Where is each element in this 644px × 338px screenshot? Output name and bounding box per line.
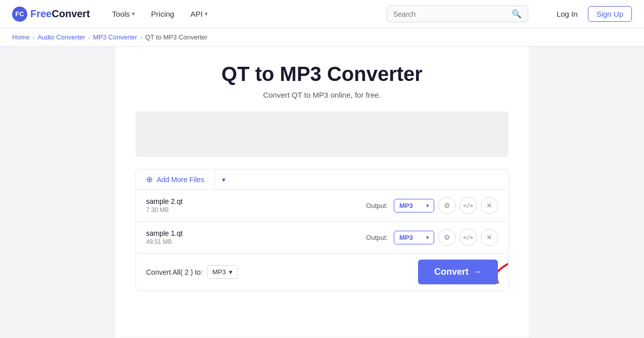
breadcrumb-sep-1: › xyxy=(33,34,35,40)
convert-arrow-icon: → xyxy=(473,267,482,277)
remove-button-2[interactable]: ✕ xyxy=(481,229,498,246)
add-files-chevron-icon: ▾ xyxy=(222,176,225,184)
settings-button-2[interactable]: ⚙ xyxy=(438,229,455,246)
format-chevron-icon-1: ▾ xyxy=(426,203,429,208)
format-chevron-icon-2: ▾ xyxy=(426,235,429,240)
format-select-2[interactable]: MP3 ▾ xyxy=(394,231,434,244)
file-info-1: sample 2.qt 7.30 MB xyxy=(146,197,366,214)
add-more-files-button[interactable]: ⊕ Add More Files xyxy=(136,170,215,189)
file-row: sample 1.qt 49.51 MB Output: MP3 ▾ ⚙ </> xyxy=(136,222,508,254)
close-icon-1: ✕ xyxy=(486,201,492,209)
logo[interactable]: FC FreeConvert xyxy=(12,7,90,22)
search-icon: 🔍 xyxy=(512,9,522,19)
code-icon-2: </> xyxy=(463,234,473,241)
signup-button[interactable]: Sign Up xyxy=(588,6,632,22)
login-button[interactable]: Log In xyxy=(553,7,582,21)
search-box: 🔍 xyxy=(387,6,528,22)
gear-icon-2: ⚙ xyxy=(444,233,450,241)
logo-text: FreeConvert xyxy=(30,8,90,20)
file-size-1: 7.30 MB xyxy=(146,206,366,214)
file-size-2: 49.51 MB xyxy=(146,238,366,245)
output-label-2: Output: xyxy=(366,234,388,241)
settings-button-1[interactable]: ⚙ xyxy=(438,197,455,214)
file-section: ⊕ Add More Files ▾ sample 2.qt 7.30 MB O… xyxy=(135,169,509,291)
nav-api[interactable]: API ▾ xyxy=(185,6,214,22)
code-button-2[interactable]: </> xyxy=(459,229,477,246)
file-name-1: sample 2.qt xyxy=(146,197,366,205)
convert-all-format-select[interactable]: MP3 ▾ xyxy=(207,265,238,279)
convert-all-left: Convert All( 2 ) to: MP3 ▾ xyxy=(146,265,238,279)
code-icon-1: </> xyxy=(463,202,473,209)
breadcrumb-current: QT to MP3 Converter xyxy=(145,33,207,41)
gear-icon-1: ⚙ xyxy=(444,201,450,209)
ad-banner xyxy=(135,111,509,157)
breadcrumb-audio-converter[interactable]: Audio Converter xyxy=(37,33,85,41)
convert-all-chevron-icon: ▾ xyxy=(229,268,233,276)
breadcrumb-sep-3: › xyxy=(140,34,142,40)
file-info-2: sample 1.qt 49.51 MB xyxy=(146,229,366,245)
close-icon-2: ✕ xyxy=(486,233,492,241)
main: QT to MP3 Converter Convert QT to MP3 on… xyxy=(0,47,644,337)
breadcrumb-home[interactable]: Home xyxy=(12,33,30,41)
file-name-2: sample 1.qt xyxy=(146,229,366,237)
nav-tools[interactable]: Tools ▾ xyxy=(106,6,141,22)
page-subtitle: Convert QT to MP3 online, for free. xyxy=(135,91,509,99)
breadcrumb-sep-2: › xyxy=(88,34,90,40)
code-button-1[interactable]: </> xyxy=(459,197,477,214)
arrow-container: Convert → xyxy=(418,260,498,284)
output-label-1: Output: xyxy=(366,202,388,209)
navbar: FC FreeConvert Tools ▾ Pricing API ▾ 🔍 L… xyxy=(0,0,644,28)
breadcrumb-mp3-converter[interactable]: MP3 Converter xyxy=(93,33,137,41)
nav-auth: Log In Sign Up xyxy=(553,6,632,22)
convert-all-bar: Convert All( 2 ) to: MP3 ▾ Convert → xyxy=(136,254,508,290)
add-files-dropdown-button[interactable]: ▾ xyxy=(215,171,233,189)
nav-items: Tools ▾ Pricing API ▾ xyxy=(106,6,214,22)
tools-chevron-icon: ▾ xyxy=(132,11,135,17)
sidebar-right xyxy=(529,47,644,337)
content-area: QT to MP3 Converter Convert QT to MP3 on… xyxy=(115,47,529,337)
sidebar-left xyxy=(0,47,115,337)
search-input[interactable] xyxy=(393,10,508,18)
file-plus-icon: ⊕ xyxy=(146,175,153,184)
convert-button[interactable]: Convert → xyxy=(418,260,498,284)
file-row: sample 2.qt 7.30 MB Output: MP3 ▾ ⚙ </> xyxy=(136,190,508,222)
convert-all-label: Convert All( 2 ) to: xyxy=(146,268,203,276)
remove-button-1[interactable]: ✕ xyxy=(481,197,498,214)
file-controls-2: Output: MP3 ▾ ⚙ </> ✕ xyxy=(366,229,498,246)
page-title: QT to MP3 Converter xyxy=(135,63,509,86)
add-files-bar: ⊕ Add More Files ▾ xyxy=(136,170,508,190)
logo-icon: FC xyxy=(12,7,27,22)
breadcrumb: Home › Audio Converter › MP3 Converter ›… xyxy=(0,28,644,47)
format-select-1[interactable]: MP3 ▾ xyxy=(394,199,434,213)
file-controls-1: Output: MP3 ▾ ⚙ </> ✕ xyxy=(366,197,498,214)
nav-pricing[interactable]: Pricing xyxy=(145,6,180,22)
api-chevron-icon: ▾ xyxy=(205,11,208,17)
